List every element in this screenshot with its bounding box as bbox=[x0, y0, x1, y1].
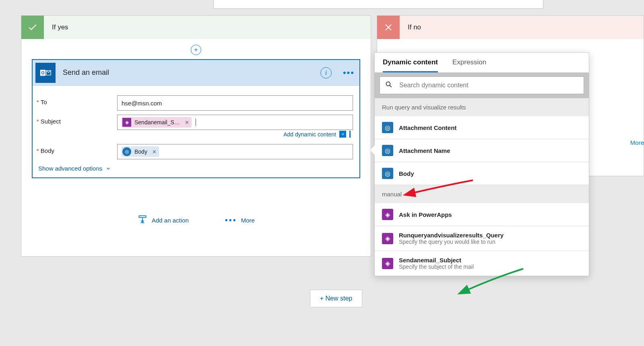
dc-section-header: Run query and visualize results bbox=[375, 98, 589, 116]
subject-label: Subject bbox=[41, 118, 61, 125]
body-token[interactable]: ◎ Body ✕ bbox=[122, 146, 159, 157]
dynamic-content-panel: Dynamic content Expression Run query and… bbox=[374, 52, 589, 276]
powerapps-icon: ◈ bbox=[382, 209, 393, 220]
card-title: Send an email bbox=[63, 68, 109, 77]
dc-item-attachment-name[interactable]: ◎ Attachment Name bbox=[375, 139, 589, 162]
insert-step-button[interactable]: + bbox=[191, 45, 201, 55]
if-yes-header: If yes bbox=[21, 16, 371, 39]
show-advanced-options[interactable]: Show advanced options bbox=[38, 165, 355, 172]
svg-point-3 bbox=[386, 82, 390, 86]
query-result-icon: ◎ bbox=[382, 168, 393, 179]
outlook-icon: O bbox=[35, 63, 56, 83]
svg-text:O: O bbox=[41, 70, 44, 75]
powerapps-icon: ◈ bbox=[382, 258, 393, 269]
card-header[interactable]: O Send an email i ••• bbox=[33, 60, 359, 86]
branch-footer: Add an action ••• More bbox=[21, 214, 371, 226]
subject-input[interactable]: ◈ Sendanemail_S… ✕ bbox=[117, 115, 353, 130]
info-icon[interactable]: i bbox=[320, 67, 332, 78]
svg-rect-2 bbox=[139, 216, 146, 217]
powerapps-icon: ◈ bbox=[382, 233, 393, 244]
text-caret bbox=[196, 119, 196, 126]
tab-expression[interactable]: Expression bbox=[452, 58, 486, 72]
field-body: *Body ◎ Body ✕ bbox=[37, 144, 355, 159]
condition-card-bottom-edge bbox=[213, 0, 543, 9]
check-icon bbox=[21, 16, 44, 39]
dc-item-runquery-query[interactable]: ◈ Runqueryandvisualizeresults_Query Spec… bbox=[375, 226, 589, 251]
add-an-action-button[interactable]: Add an action bbox=[137, 214, 189, 226]
dynamic-content-search[interactable] bbox=[380, 76, 584, 94]
if-no-title: If no bbox=[400, 23, 421, 31]
body-input[interactable]: ◎ Body ✕ bbox=[117, 144, 353, 159]
plus-badge-icon: ＋ bbox=[339, 131, 346, 138]
send-an-email-card: O Send an email i ••• *To hse@msn.com *S… bbox=[32, 59, 360, 178]
dc-item-body[interactable]: ◎ Body bbox=[375, 162, 589, 185]
chevron-down-icon bbox=[105, 166, 111, 173]
more-button[interactable]: ••• More bbox=[225, 214, 255, 226]
flyout-pointer-icon bbox=[370, 145, 375, 155]
if-no-header: If no bbox=[377, 16, 644, 39]
search-input[interactable] bbox=[398, 81, 579, 89]
more-dots-icon: ••• bbox=[225, 216, 237, 225]
dc-section-header: manual bbox=[375, 185, 589, 203]
query-result-icon: ◎ bbox=[382, 122, 393, 133]
query-result-icon: ◎ bbox=[382, 145, 393, 156]
remove-token-icon[interactable]: ✕ bbox=[185, 119, 189, 126]
to-input[interactable]: hse@msn.com bbox=[117, 95, 353, 111]
dc-item-sendanemail-subject[interactable]: ◈ Sendanemail_Subject Specify the subjec… bbox=[375, 251, 589, 276]
query-result-icon: ◎ bbox=[122, 147, 131, 156]
if-yes-branch: If yes + O Send an email i ••• *To hse@m… bbox=[21, 15, 371, 257]
powerapps-icon: ◈ bbox=[122, 118, 131, 127]
new-step-button[interactable]: + New step bbox=[310, 290, 362, 307]
add-action-icon bbox=[137, 214, 148, 226]
body-label: Body bbox=[41, 147, 54, 154]
card-menu-button[interactable]: ••• bbox=[343, 68, 355, 78]
dc-item-ask-powerapps[interactable]: ◈ Ask in PowerApps bbox=[375, 203, 589, 226]
add-dynamic-content-link[interactable]: Add dynamic content ＋ bbox=[117, 131, 351, 138]
see-more-link[interactable]: More bbox=[627, 137, 644, 148]
cross-icon bbox=[377, 16, 400, 39]
dc-item-attachment-content[interactable]: ◎ Attachment Content bbox=[375, 116, 589, 139]
search-icon bbox=[385, 80, 393, 90]
tab-dynamic-content[interactable]: Dynamic content bbox=[383, 58, 438, 72]
if-yes-title: If yes bbox=[44, 23, 68, 31]
to-label: To bbox=[41, 99, 47, 105]
field-subject: *Subject ◈ Sendanemail_S… ✕ Add dynamic … bbox=[37, 115, 355, 140]
remove-token-icon[interactable]: ✕ bbox=[152, 149, 157, 155]
subject-token[interactable]: ◈ Sendanemail_S… ✕ bbox=[122, 117, 192, 128]
field-to: *To hse@msn.com bbox=[37, 95, 355, 111]
dynamic-content-bar-icon bbox=[349, 131, 351, 138]
